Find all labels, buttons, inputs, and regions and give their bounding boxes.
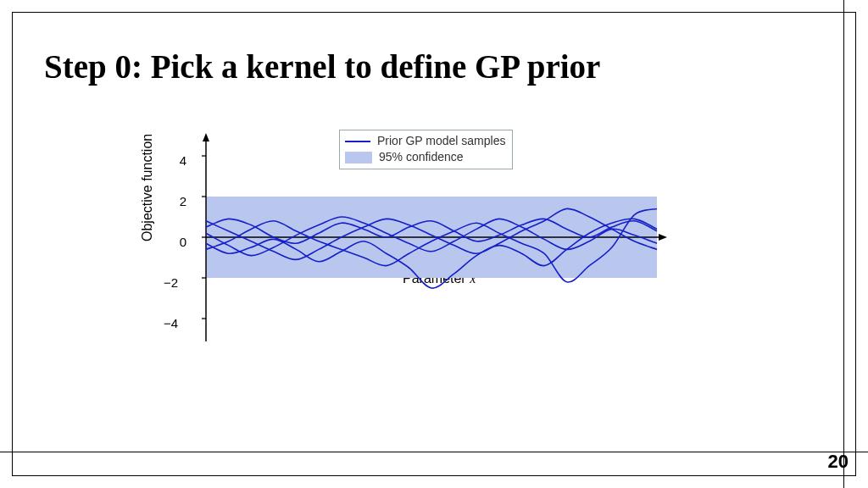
slide-title: Step 0: Pick a kernel to define GP prior <box>44 47 600 86</box>
page-number: 20 <box>828 451 849 473</box>
slide: Step 0: Pick a kernel to define GP prior… <box>0 0 868 488</box>
y-axis-label: Objective function <box>140 134 155 241</box>
svg-marker-8 <box>659 234 667 241</box>
slide-footer-divider <box>0 452 868 452</box>
plot-svg <box>165 131 674 343</box>
slide-side-divider <box>843 0 844 488</box>
chart: Objective function Parameter x Prior GP … <box>148 131 699 352</box>
svg-marker-1 <box>203 133 209 141</box>
